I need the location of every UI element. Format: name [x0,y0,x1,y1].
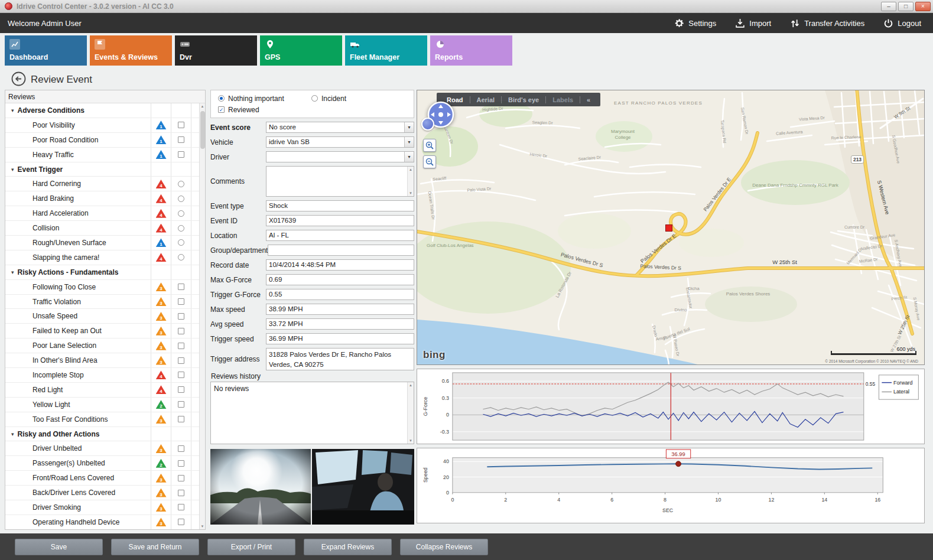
item-checkbox[interactable] [178,151,184,158]
trigger-address-field[interactable]: 31828 Palos Verdes Dr E, Rancho Palos Ve… [266,348,414,370]
avg-speed-field[interactable]: 33.72 MPH [266,318,414,330]
vehicle-select[interactable]: idrive Van SB▼ [266,136,414,148]
save-and-return-button[interactable]: Save and Return [111,539,199,555]
scroll-up-icon[interactable]: ▲ [201,103,204,109]
driver-select[interactable]: ▼ [266,151,414,162]
reviews-history-scrollbar[interactable]: ▲▼ [407,382,414,444]
map-style-bird-s-eye[interactable]: Bird's eye [501,96,545,103]
tab-dvr[interactable]: Dvr [175,35,257,66]
trigger-speed-field[interactable]: 36.99 MPH [266,333,414,344]
item-checkbox[interactable] [178,122,184,128]
tree-item-red-light[interactable]: Red Light4 [5,383,199,398]
checkbox-reviewed[interactable]: ✓Reviewed [218,106,311,114]
comments-textarea[interactable]: ▲▼ [266,166,414,197]
tab-fleet-manager[interactable]: Fleet Manager [345,35,427,66]
item-radio[interactable] [178,181,184,187]
tree-item-failed-to-keep-an-out[interactable]: Failed to Keep an Out3 [5,324,199,338]
radio-nothing-important[interactable]: Nothing important [218,95,311,103]
tree-item-driver-smoking[interactable]: Driver Smoking3 [5,500,199,515]
tree-item-operating-handheld-device[interactable]: Operating Handheld Device3 [5,515,199,529]
tree-item-poor-lane-selection[interactable]: Poor Lane Selection3 [5,338,199,353]
tree-item-passenger-s-unbelted[interactable]: Passenger(s) Unbelted2 [5,456,199,471]
tree-item-hard-braking[interactable]: Hard Braking4 [5,191,199,206]
collapse-arrow-icon[interactable]: ▾ [11,431,14,437]
tree-item-back-driver-lens-covered[interactable]: Back/Driver Lens Covered3 [5,486,199,500]
location-field[interactable]: Al - FL [266,230,414,241]
item-checkbox[interactable] [178,284,184,290]
record-date-field[interactable]: 10/4/2014 4:48:54 PM [266,259,414,271]
back-button[interactable] [11,71,26,86]
item-checkbox[interactable] [178,372,184,378]
radio-icon[interactable] [218,95,225,102]
event-location-marker[interactable] [665,224,672,232]
tree-item-too-fast-for-conditions[interactable]: Too Fast For Conditions3 [5,412,199,427]
item-checkbox[interactable] [178,313,184,320]
tree-item-poor-visibility[interactable]: Poor Visibility1 [5,118,199,133]
tree-item-in-other-s-blind-area[interactable]: In Other's Blind Area3 [5,353,199,368]
collapse-arrow-icon[interactable]: ▾ [11,167,14,172]
map-rotate-control[interactable] [421,118,434,131]
map-style-aerial[interactable]: Aerial [470,96,502,103]
map-panel[interactable]: EAST RANCHO PALOS VERDESMarymountCollege… [417,90,925,365]
tree-item-unsafe-speed[interactable]: Unsafe Speed3 [5,309,199,324]
radio-icon[interactable] [311,95,318,102]
map-bar-collapse-button[interactable]: « [580,96,597,103]
tree-group-adverse-conditions[interactable]: ▾Adverse Conditions [5,103,199,118]
event-id-field[interactable]: X017639 [266,215,414,226]
logout-button[interactable]: Logout [883,18,921,28]
item-checkbox[interactable] [178,136,184,143]
item-checkbox[interactable] [178,386,184,393]
expand-reviews-button[interactable]: Expand Reviews [304,539,392,555]
item-checkbox[interactable] [178,343,184,349]
video-thumbnail-cabin[interactable] [312,449,414,525]
zoom-in-button[interactable] [423,139,436,152]
transfer-activities-button[interactable]: Transfer Activities [790,18,864,28]
chevron-down-icon[interactable]: ▼ [404,122,414,132]
export-print-button[interactable]: Export / Print [207,539,295,555]
textarea-scrollbar[interactable]: ▲▼ [407,167,414,196]
tree-item-traffic-violation[interactable]: Traffic Violation3 [5,295,199,310]
scroll-down-icon[interactable]: ▼ [201,523,204,529]
tree-item-following-too-close[interactable]: Following Too Close3 [5,280,199,295]
item-checkbox[interactable] [178,328,184,334]
minimize-button[interactable]: – [881,2,896,11]
item-checkbox[interactable] [178,357,184,364]
item-checkbox[interactable] [178,519,184,525]
tree-item-heavy-traffic[interactable]: Heavy Traffic1 [5,148,199,162]
settings-button[interactable]: Settings [674,18,716,28]
tab-events-reviews[interactable]: Events & Reviews [90,35,172,66]
video-thumbnail-front[interactable] [210,449,311,525]
tree-group-event-trigger[interactable]: ▾Event Trigger [5,162,199,177]
tree-item-hard-cornering[interactable]: Hard Cornering4 [5,177,199,191]
collapse-arrow-icon[interactable]: ▾ [11,108,14,113]
tree-item-incomplete-stop[interactable]: Incomplete Stop4 [5,368,199,383]
reviews-scrollbar[interactable]: ▲ ▼ [199,103,205,529]
tree-group-risky-actions-fundamentals[interactable]: ▾Risky Actions - Fundamentals [5,265,199,280]
maximize-button[interactable]: □ [898,2,914,11]
tree-group-risky-and-other-actions[interactable]: ▾Risky and Other Actions [5,427,199,442]
item-checkbox[interactable] [178,504,184,510]
tab-gps[interactable]: GPS [260,35,342,66]
max-speed-field[interactable]: 38.99 MPH [266,304,414,315]
tree-item-driver-unbelted[interactable]: Driver Unbelted3 [5,441,199,456]
item-radio[interactable] [178,210,184,217]
event-score-select[interactable]: No score▼ [266,122,414,133]
tree-item-front-road-lens-covered[interactable]: Front/Road Lens Covered3 [5,471,199,486]
item-radio[interactable] [178,239,184,246]
item-checkbox[interactable] [178,445,184,452]
map-style-labels[interactable]: Labels [545,96,580,103]
tree-item-hard-acceleration[interactable]: Hard Acceleration4 [5,206,199,221]
chevron-down-icon[interactable]: ▼ [404,152,414,162]
item-checkbox[interactable] [178,490,184,496]
item-checkbox[interactable] [178,416,184,422]
item-checkbox[interactable] [178,475,184,481]
item-radio[interactable] [178,196,184,202]
tab-dashboard[interactable]: Dashboard [5,35,87,66]
item-checkbox[interactable] [178,460,184,467]
checkbox-icon[interactable]: ✓ [218,106,225,113]
save-button[interactable]: Save [15,539,103,555]
chevron-down-icon[interactable]: ▼ [404,137,414,147]
tree-item-rough-uneven-surface[interactable]: Rough/Uneven Surface1 [5,236,199,250]
import-button[interactable]: Import [735,18,771,28]
collapse-reviews-button[interactable]: Collapse Reviews [400,539,488,555]
